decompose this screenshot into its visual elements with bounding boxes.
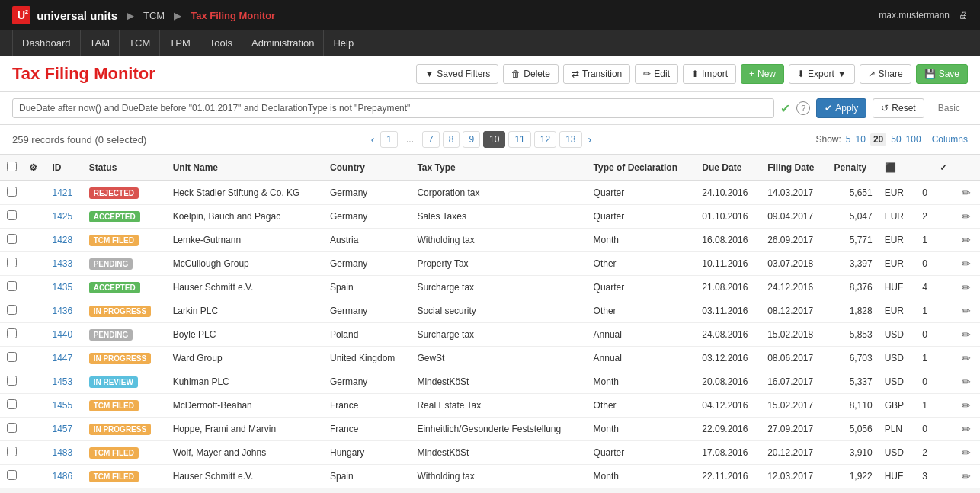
help-icon[interactable]: ? xyxy=(796,101,810,115)
page-10-button[interactable]: 10 xyxy=(483,131,505,148)
export-button[interactable]: ⬇ Export ▼ xyxy=(789,64,855,84)
row-checkbox-cell[interactable] xyxy=(0,323,23,347)
import-button[interactable]: ⬆ Import xyxy=(683,64,736,84)
th-penalty[interactable]: Penalty xyxy=(828,155,878,181)
nav-tcm[interactable]: TCM xyxy=(120,30,160,56)
th-tax-type[interactable]: Tax Type xyxy=(411,155,587,181)
row-id[interactable]: 1457 xyxy=(46,418,82,441)
share-button[interactable]: ↗ Share xyxy=(860,64,911,84)
row-id[interactable]: 1486 xyxy=(46,465,82,488)
saved-filters-button[interactable]: ▼ Saved Filters xyxy=(416,64,498,84)
th-status[interactable]: Status xyxy=(83,155,167,181)
row-checkbox-cell[interactable] xyxy=(0,441,23,465)
row-checkbox[interactable] xyxy=(7,258,17,267)
page-13-button[interactable]: 13 xyxy=(559,131,581,148)
row-edit-cell[interactable]: ✏ xyxy=(956,370,980,394)
th-unit-name[interactable]: Unit Name xyxy=(167,155,324,181)
th-country[interactable]: Country xyxy=(324,155,411,181)
new-button[interactable]: + New xyxy=(741,64,784,84)
row-checkbox[interactable] xyxy=(7,352,17,362)
row-id[interactable]: 1435 xyxy=(46,276,82,299)
row-edit-cell[interactable]: ✏ xyxy=(956,205,980,229)
row-id[interactable]: 1425 xyxy=(46,205,82,229)
row-id[interactable]: 1447 xyxy=(46,347,82,370)
row-checkbox-cell[interactable] xyxy=(0,370,23,394)
page-7-button[interactable]: 7 xyxy=(422,131,440,148)
page-8-button[interactable]: 8 xyxy=(443,131,460,148)
row-checkbox-cell[interactable] xyxy=(0,418,23,441)
row-edit-cell[interactable]: ✏ xyxy=(956,441,980,465)
save-button[interactable]: 💾 Save xyxy=(916,64,968,84)
edit-button[interactable]: ✏ Edit xyxy=(635,64,678,84)
row-edit-cell[interactable]: ✏ xyxy=(956,323,980,347)
row-checkbox[interactable] xyxy=(7,470,17,480)
page-12-button[interactable]: 12 xyxy=(534,131,556,148)
prev-page-button[interactable]: ‹ xyxy=(368,133,378,146)
row-checkbox[interactable] xyxy=(7,328,17,338)
nav-administration[interactable]: Administration xyxy=(242,30,324,56)
row-checkbox-cell[interactable] xyxy=(0,276,23,299)
show-20[interactable]: 20 xyxy=(870,133,886,146)
breadcrumb-tcm[interactable]: TCM xyxy=(143,10,165,21)
th-filing-date[interactable]: Filing Date xyxy=(761,155,828,181)
row-checkbox[interactable] xyxy=(7,447,17,456)
page-11-button[interactable]: 11 xyxy=(508,131,530,148)
next-page-button[interactable]: › xyxy=(585,133,595,146)
nav-help[interactable]: Help xyxy=(324,30,363,56)
show-5[interactable]: 5 xyxy=(846,134,851,145)
row-edit-cell[interactable]: ✏ xyxy=(956,465,980,488)
nav-tpm[interactable]: TPM xyxy=(160,30,200,56)
row-checkbox-cell[interactable] xyxy=(0,394,23,418)
row-id[interactable]: 1436 xyxy=(46,299,82,323)
row-checkbox[interactable] xyxy=(7,210,17,220)
show-50[interactable]: 50 xyxy=(891,134,901,145)
th-declaration-type[interactable]: Type of Declaration xyxy=(588,155,697,181)
row-edit-cell[interactable]: ✏ xyxy=(956,394,980,418)
row-edit-cell[interactable]: ✏ xyxy=(956,181,980,205)
filter-input[interactable] xyxy=(12,98,774,118)
select-all-checkbox[interactable] xyxy=(7,162,17,171)
show-10[interactable]: 10 xyxy=(856,134,866,145)
row-id[interactable]: 1433 xyxy=(46,252,82,276)
row-checkbox[interactable] xyxy=(7,281,17,291)
apply-button[interactable]: ✔ Apply xyxy=(816,98,866,118)
page-1-button[interactable]: 1 xyxy=(380,131,398,148)
show-100[interactable]: 100 xyxy=(906,134,921,145)
row-edit-cell[interactable]: ✏ xyxy=(956,252,980,276)
row-id[interactable]: 1440 xyxy=(46,323,82,347)
th-gear[interactable]: ⚙ xyxy=(23,155,46,181)
row-checkbox[interactable] xyxy=(7,187,17,197)
row-id[interactable]: 1428 xyxy=(46,229,82,252)
th-due-date[interactable]: Due Date xyxy=(696,155,761,181)
th-id[interactable]: ID xyxy=(46,155,82,181)
row-checkbox-cell[interactable] xyxy=(0,181,23,205)
transition-button[interactable]: ⇄ Transition xyxy=(563,64,630,84)
page-9-button[interactable]: 9 xyxy=(463,131,480,148)
row-checkbox-cell[interactable] xyxy=(0,347,23,370)
row-id[interactable]: 1483 xyxy=(46,441,82,465)
row-edit-cell[interactable]: ✏ xyxy=(956,299,980,323)
row-checkbox-cell[interactable] xyxy=(0,252,23,276)
row-edit-cell[interactable]: ✏ xyxy=(956,347,980,370)
row-id[interactable]: 1421 xyxy=(46,181,82,205)
row-edit-cell[interactable]: ✏ xyxy=(956,418,980,441)
reset-button[interactable]: ↺ Reset xyxy=(873,98,924,118)
row-edit-cell[interactable]: ✏ xyxy=(956,229,980,252)
row-checkbox[interactable] xyxy=(7,234,17,244)
columns-button[interactable]: Columns xyxy=(932,134,968,145)
row-checkbox-cell[interactable] xyxy=(0,299,23,323)
row-id[interactable]: 1453 xyxy=(46,370,82,394)
nav-dashboard[interactable]: Dashboard xyxy=(12,30,81,56)
row-edit-cell[interactable]: ✏ xyxy=(956,276,980,299)
row-checkbox[interactable] xyxy=(7,399,17,409)
row-checkbox-cell[interactable] xyxy=(0,229,23,252)
logo[interactable]: U2 xyxy=(12,6,30,24)
nav-tools[interactable]: Tools xyxy=(200,30,242,56)
th-select-all[interactable] xyxy=(0,155,23,181)
row-checkbox-cell[interactable] xyxy=(0,465,23,488)
row-checkbox[interactable] xyxy=(7,423,17,433)
row-id[interactable]: 1455 xyxy=(46,394,82,418)
basic-button[interactable]: Basic xyxy=(930,99,968,117)
row-checkbox[interactable] xyxy=(7,376,17,386)
row-checkbox[interactable] xyxy=(7,305,17,315)
